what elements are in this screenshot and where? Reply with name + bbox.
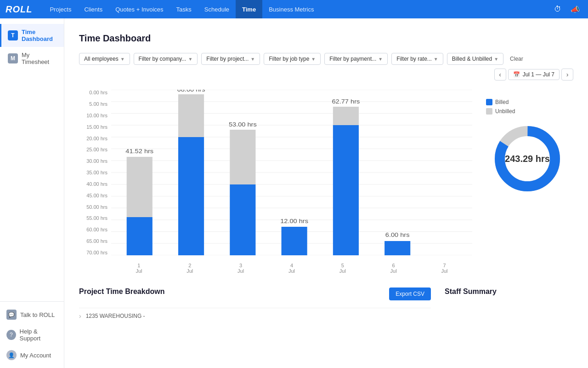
y-label-2: 60.00 hrs xyxy=(79,227,111,232)
date-range-display: 📅 Jul 1 — Jul 7 xyxy=(508,69,560,80)
company-filter[interactable]: Filter by company... ▼ xyxy=(134,53,198,65)
chart-section: 70.00 hrs 65.00 hrs 60.00 hrs 55.00 hrs … xyxy=(79,90,573,274)
y-label-7: 35.00 hrs xyxy=(79,170,111,175)
y-label-5: 45.00 hrs xyxy=(79,193,111,198)
project-filter-arrow: ▼ xyxy=(250,57,255,62)
nav-quotes-invoices[interactable]: Quotes + Invoices xyxy=(109,0,170,18)
y-label-4: 50.00 hrs xyxy=(79,204,111,210)
staff-summary-title: Staff Summary xyxy=(445,288,573,296)
payment-filter-label: Filter by payment... xyxy=(329,56,376,62)
nav-business-metrics[interactable]: Business Metrics xyxy=(262,0,320,18)
project-breakdown: Project Time Breakdown Export CSV › 1235… xyxy=(79,288,431,324)
bar-billed-5 xyxy=(333,125,359,255)
bottom-section: Project Time Breakdown Export CSV › 1235… xyxy=(79,288,573,324)
bar-billed-4 xyxy=(282,227,307,255)
y-label-9: 25.00 hrs xyxy=(79,147,111,152)
x-label-6: 6Jul xyxy=(382,263,405,274)
sidebar: T Time Dashboard M My Timesheet 💬 Talk t… xyxy=(0,18,64,368)
chat-icon: 💬 xyxy=(6,310,17,320)
employees-filter-label: All employees xyxy=(84,56,119,62)
sidebar-item-time-dashboard[interactable]: T Time Dashboard xyxy=(0,24,64,47)
y-axis: 70.00 hrs 65.00 hrs 60.00 hrs 55.00 hrs … xyxy=(79,90,111,255)
billed-filter[interactable]: Billed & Unbilled ▼ xyxy=(447,53,503,65)
my-account[interactable]: 👤 My Account xyxy=(0,346,64,364)
notification-icon[interactable]: 📣 xyxy=(568,2,582,17)
x-label-5: 5Jul xyxy=(331,263,354,274)
my-account-label: My Account xyxy=(20,352,51,359)
account-avatar: 👤 xyxy=(6,350,17,360)
project-name: 1235 WAREHOUSING - xyxy=(86,313,145,319)
nav-time[interactable]: Time xyxy=(236,0,262,18)
job-type-filter-arrow: ▼ xyxy=(311,57,316,62)
page-title: Time Dashboard xyxy=(79,33,573,44)
bar-label-3: 53.00 hrs xyxy=(229,121,257,128)
y-label-13: 5.00 hrs xyxy=(79,101,111,107)
help-support-label: Help & Support xyxy=(20,328,57,342)
job-type-filter[interactable]: Filter by job type ▼ xyxy=(264,53,321,65)
bar-label-5: 62.77 hrs xyxy=(332,98,360,105)
billed-label: Billed xyxy=(495,99,509,105)
main-content: Time Dashboard All employees ▼ Filter by… xyxy=(64,18,588,368)
y-label-14: 0.00 hrs xyxy=(79,90,111,95)
rate-filter-arrow: ▼ xyxy=(434,57,438,62)
y-label-12: 10.00 hrs xyxy=(79,113,111,118)
row-expand-icon: › xyxy=(79,312,81,320)
company-filter-arrow: ▼ xyxy=(188,57,192,62)
billed-dot xyxy=(486,99,492,105)
project-filter[interactable]: Filter by project... ▼ xyxy=(201,53,260,65)
clear-filters[interactable]: Clear xyxy=(507,54,526,64)
rate-filter[interactable]: Filter by rate... ▼ xyxy=(391,53,443,65)
donut-section: Billed Unbilled xyxy=(481,90,573,196)
date-prev-button[interactable]: ‹ xyxy=(494,69,506,80)
calendar-icon: 📅 xyxy=(513,71,520,78)
bar-unbilled-2 xyxy=(178,94,204,137)
chart-wrap: 70.00 hrs 65.00 hrs 60.00 hrs 55.00 hrs … xyxy=(79,90,472,274)
donut-total: 243.29 hrs xyxy=(505,154,550,164)
bar-billed-1 xyxy=(127,217,153,255)
bar-chart-container: 70.00 hrs 65.00 hrs 60.00 hrs 55.00 hrs … xyxy=(79,90,472,274)
company-filter-label: Filter by company... xyxy=(139,56,187,62)
date-next-button[interactable]: › xyxy=(561,69,573,80)
unbilled-dot xyxy=(486,108,492,115)
export-csv-button[interactable]: Export CSV xyxy=(389,288,431,300)
employees-filter[interactable]: All employees ▼ xyxy=(79,53,130,65)
sidebar-item-my-timesheet[interactable]: M My Timesheet xyxy=(0,47,64,70)
x-label-7: 7Jul xyxy=(433,263,456,274)
rate-filter-label: Filter by rate... xyxy=(396,56,432,62)
project-filter-label: Filter by project... xyxy=(206,56,249,62)
date-range-label: Jul 1 — Jul 7 xyxy=(523,71,554,78)
help-support[interactable]: ? Help & Support xyxy=(0,324,64,346)
top-navigation: ROLL Projects Clients Quotes + Invoices … xyxy=(0,0,588,18)
chart-plot: 41.52 hrs 68.00 hrs 53.00 hrs 12.00 xyxy=(111,90,472,255)
nav-projects[interactable]: Projects xyxy=(43,0,78,18)
timer-icon[interactable]: ⏱ xyxy=(550,2,565,17)
breakdown-title: Project Time Breakdown xyxy=(79,288,164,296)
x-axis: 1Jul 2Jul 3Jul 4Jul 5Jul 6Jul 7Jul xyxy=(111,263,472,274)
x-label-4: 4Jul xyxy=(280,263,303,274)
bar-label-1: 41.52 hrs xyxy=(125,148,153,155)
chart-legend: Billed Unbilled xyxy=(486,99,515,115)
bar-billed-6 xyxy=(384,241,410,255)
y-label-6: 40.00 hrs xyxy=(79,181,111,187)
talk-to-roll-label: Talk to ROLL xyxy=(20,311,55,318)
staff-summary: Staff Summary xyxy=(445,288,573,324)
donut-center: 243.29 hrs xyxy=(491,122,564,196)
y-label-10: 20.00 hrs xyxy=(79,136,111,141)
filter-bar: All employees ▼ Filter by company... ▼ F… xyxy=(79,53,573,80)
bar-unbilled-1 xyxy=(127,157,153,217)
sidebar-item-label: My Timesheet xyxy=(22,52,57,65)
bar-unbilled-3 xyxy=(230,130,255,184)
talk-to-roll[interactable]: 💬 Talk to ROLL xyxy=(0,305,64,324)
app-logo: ROLL xyxy=(6,4,32,15)
nav-tasks[interactable]: Tasks xyxy=(170,0,198,18)
x-label-1: 1Jul xyxy=(127,263,150,274)
billed-filter-arrow: ▼ xyxy=(494,57,498,62)
nav-clients[interactable]: Clients xyxy=(78,0,109,18)
payment-filter[interactable]: Filter by payment... ▼ xyxy=(324,53,388,65)
job-type-filter-label: Filter by job type xyxy=(269,56,309,62)
y-label-11: 15.00 hrs xyxy=(79,124,111,130)
date-navigation: ‹ 📅 Jul 1 — Jul 7 › xyxy=(494,69,573,80)
nav-schedule[interactable]: Schedule xyxy=(198,0,236,18)
y-label-1: 65.00 hrs xyxy=(79,238,111,244)
table-row[interactable]: › 1235 WAREHOUSING - xyxy=(79,308,431,324)
